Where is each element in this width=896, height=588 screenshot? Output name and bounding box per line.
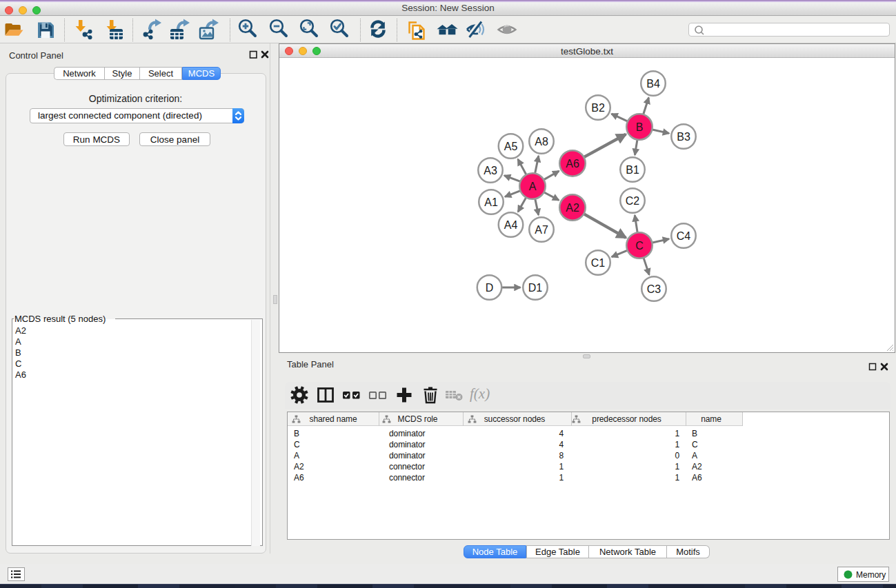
svg-text:A3: A3 (484, 165, 497, 176)
svg-text:C4: C4 (677, 230, 691, 242)
svg-text:B4: B4 (646, 78, 660, 90)
svg-text:A7: A7 (535, 224, 548, 236)
svg-text:A8: A8 (535, 136, 548, 148)
svg-text:B: B (636, 121, 644, 133)
svg-text:B1: B1 (626, 164, 639, 176)
svg-text:D1: D1 (528, 282, 543, 294)
svg-text:D: D (486, 282, 494, 294)
svg-text:C2: C2 (626, 195, 640, 207)
svg-text:A1: A1 (484, 196, 498, 208)
svg-text:B2: B2 (591, 102, 605, 114)
svg-text:A4: A4 (504, 219, 518, 231)
svg-text:C3: C3 (647, 283, 661, 295)
svg-text:A: A (529, 181, 537, 192)
svg-text:A6: A6 (566, 158, 579, 170)
svg-text:C: C (635, 240, 644, 252)
svg-text:A5: A5 (504, 141, 518, 152)
svg-text:B3: B3 (677, 131, 690, 143)
svg-text:C1: C1 (591, 257, 606, 269)
svg-text:A2: A2 (566, 202, 579, 214)
